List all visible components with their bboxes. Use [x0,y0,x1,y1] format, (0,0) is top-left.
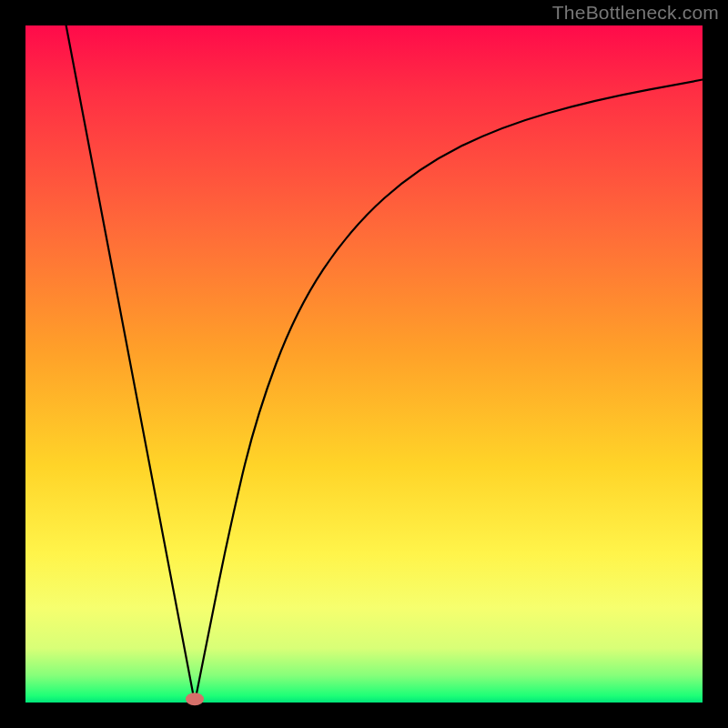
curve-left-branch [66,25,195,703]
chart-frame: TheBottleneck.com [0,0,728,728]
watermark-text: TheBottleneck.com [552,2,719,24]
curve-right-branch [195,80,703,703]
optimal-marker [186,693,204,705]
plot-area [25,25,703,703]
curve-svg [25,25,703,703]
